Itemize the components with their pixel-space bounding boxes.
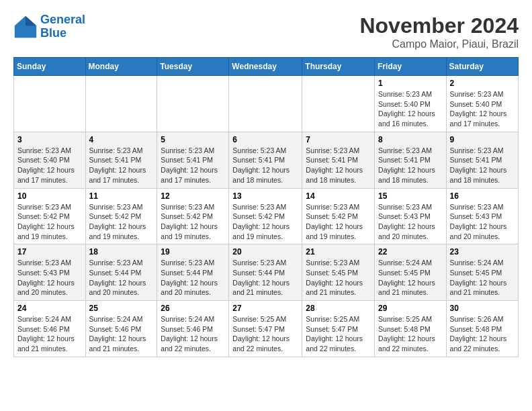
logo-line1: General: [40, 13, 85, 26]
day-info: Sunrise: 5:24 AM Sunset: 5:45 PM Dayligh…: [450, 258, 515, 298]
day-number: 3: [17, 135, 82, 144]
day-number: 7: [306, 135, 371, 144]
day-number: 21: [306, 247, 371, 257]
calendar-cell: 22Sunrise: 5:24 AM Sunset: 5:45 PM Dayli…: [375, 244, 447, 301]
day-info: Sunrise: 5:23 AM Sunset: 5:43 PM Dayligh…: [17, 258, 82, 298]
day-info: Sunrise: 5:24 AM Sunset: 5:46 PM Dayligh…: [89, 314, 154, 354]
day-number: 24: [17, 304, 82, 313]
calendar-table: Sunday Monday Tuesday Wednesday Thursday…: [13, 57, 519, 357]
header-saturday: Saturday: [446, 58, 518, 76]
day-number: 5: [161, 135, 225, 144]
logo-text: General Blue: [40, 13, 85, 40]
calendar-cell: 11Sunrise: 5:23 AM Sunset: 5:42 PM Dayli…: [85, 188, 157, 244]
calendar-cell: 2Sunrise: 5:23 AM Sunset: 5:40 PM Daylig…: [446, 76, 518, 132]
calendar-cell: 3Sunrise: 5:23 AM Sunset: 5:40 PM Daylig…: [14, 132, 86, 188]
calendar-cell: 23Sunrise: 5:24 AM Sunset: 5:45 PM Dayli…: [446, 244, 518, 301]
calendar-cell: 13Sunrise: 5:23 AM Sunset: 5:42 PM Dayli…: [229, 188, 302, 244]
day-info: Sunrise: 5:25 AM Sunset: 5:47 PM Dayligh…: [232, 314, 298, 354]
day-number: 19: [161, 247, 225, 257]
day-info: Sunrise: 5:25 AM Sunset: 5:47 PM Dayligh…: [306, 314, 371, 354]
calendar-week-4: 17Sunrise: 5:23 AM Sunset: 5:43 PM Dayli…: [14, 244, 519, 301]
day-info: Sunrise: 5:23 AM Sunset: 5:41 PM Dayligh…: [378, 146, 443, 185]
day-number: 20: [232, 247, 298, 257]
day-number: 28: [306, 304, 371, 313]
calendar-cell: 21Sunrise: 5:23 AM Sunset: 5:45 PM Dayli…: [302, 244, 375, 301]
title-area: November 2024 Campo Maior, Piaui, Brazil: [359, 13, 519, 50]
calendar-cell: 10Sunrise: 5:23 AM Sunset: 5:42 PM Dayli…: [14, 188, 86, 244]
calendar-cell: [302, 76, 375, 132]
day-number: 18: [89, 247, 154, 257]
calendar-cell: 28Sunrise: 5:25 AM Sunset: 5:47 PM Dayli…: [302, 301, 375, 357]
day-info: Sunrise: 5:24 AM Sunset: 5:46 PM Dayligh…: [161, 314, 225, 354]
day-number: 25: [89, 304, 154, 313]
day-info: Sunrise: 5:23 AM Sunset: 5:40 PM Dayligh…: [17, 146, 82, 185]
day-info: Sunrise: 5:25 AM Sunset: 5:48 PM Dayligh…: [378, 314, 443, 354]
day-number: 27: [232, 304, 298, 313]
day-info: Sunrise: 5:23 AM Sunset: 5:45 PM Dayligh…: [306, 258, 371, 298]
calendar-cell: 20Sunrise: 5:23 AM Sunset: 5:44 PM Dayli…: [229, 244, 302, 301]
calendar-week-3: 10Sunrise: 5:23 AM Sunset: 5:42 PM Dayli…: [14, 188, 519, 244]
day-number: 17: [17, 247, 82, 257]
calendar-cell: 19Sunrise: 5:23 AM Sunset: 5:44 PM Dayli…: [157, 244, 229, 301]
day-number: 10: [17, 191, 82, 201]
calendar-cell: 7Sunrise: 5:23 AM Sunset: 5:41 PM Daylig…: [302, 132, 375, 188]
calendar-cell: 4Sunrise: 5:23 AM Sunset: 5:41 PM Daylig…: [85, 132, 157, 188]
day-info: Sunrise: 5:23 AM Sunset: 5:42 PM Dayligh…: [17, 202, 82, 242]
day-number: 16: [450, 191, 515, 201]
calendar-cell: 17Sunrise: 5:23 AM Sunset: 5:43 PM Dayli…: [14, 244, 86, 301]
day-number: 9: [450, 135, 515, 144]
calendar-body: 1Sunrise: 5:23 AM Sunset: 5:40 PM Daylig…: [14, 76, 519, 357]
header-row: Sunday Monday Tuesday Wednesday Thursday…: [14, 58, 519, 76]
day-info: Sunrise: 5:26 AM Sunset: 5:48 PM Dayligh…: [450, 314, 515, 354]
day-number: 26: [161, 304, 225, 313]
calendar-cell: 9Sunrise: 5:23 AM Sunset: 5:41 PM Daylig…: [446, 132, 518, 188]
logo-line2: Blue: [40, 26, 66, 40]
day-number: 14: [306, 191, 371, 201]
calendar-cell: 30Sunrise: 5:26 AM Sunset: 5:48 PM Dayli…: [446, 301, 518, 357]
day-info: Sunrise: 5:23 AM Sunset: 5:41 PM Dayligh…: [232, 146, 298, 185]
header: General Blue November 2024 Campo Maior, …: [13, 13, 519, 50]
day-number: 29: [378, 304, 443, 313]
day-info: Sunrise: 5:23 AM Sunset: 5:42 PM Dayligh…: [232, 202, 298, 242]
day-number: 12: [161, 191, 225, 201]
calendar-cell: 14Sunrise: 5:23 AM Sunset: 5:42 PM Dayli…: [302, 188, 375, 244]
calendar-cell: 5Sunrise: 5:23 AM Sunset: 5:41 PM Daylig…: [157, 132, 229, 188]
calendar-cell: 24Sunrise: 5:24 AM Sunset: 5:46 PM Dayli…: [14, 301, 86, 357]
calendar-week-1: 1Sunrise: 5:23 AM Sunset: 5:40 PM Daylig…: [14, 76, 519, 132]
logo-icon: [13, 15, 38, 39]
day-number: 23: [450, 247, 515, 257]
day-info: Sunrise: 5:23 AM Sunset: 5:42 PM Dayligh…: [306, 202, 371, 242]
calendar-cell: 29Sunrise: 5:25 AM Sunset: 5:48 PM Dayli…: [375, 301, 447, 357]
calendar-cell: 27Sunrise: 5:25 AM Sunset: 5:47 PM Dayli…: [229, 301, 302, 357]
svg-rect-2: [17, 28, 34, 36]
day-number: 11: [89, 191, 154, 201]
calendar-cell: 6Sunrise: 5:23 AM Sunset: 5:41 PM Daylig…: [229, 132, 302, 188]
calendar-cell: 12Sunrise: 5:23 AM Sunset: 5:42 PM Dayli…: [157, 188, 229, 244]
header-tuesday: Tuesday: [157, 58, 229, 76]
calendar-cell: 8Sunrise: 5:23 AM Sunset: 5:41 PM Daylig…: [375, 132, 447, 188]
day-info: Sunrise: 5:23 AM Sunset: 5:40 PM Dayligh…: [378, 89, 443, 129]
day-number: 13: [232, 191, 298, 201]
day-number: 4: [89, 135, 154, 144]
day-number: 22: [378, 247, 443, 257]
day-info: Sunrise: 5:23 AM Sunset: 5:43 PM Dayligh…: [450, 202, 515, 242]
day-info: Sunrise: 5:24 AM Sunset: 5:45 PM Dayligh…: [378, 258, 443, 298]
day-info: Sunrise: 5:23 AM Sunset: 5:43 PM Dayligh…: [378, 202, 443, 242]
day-number: 30: [450, 304, 515, 313]
day-info: Sunrise: 5:23 AM Sunset: 5:41 PM Dayligh…: [450, 146, 515, 185]
location-title: Campo Maior, Piaui, Brazil: [359, 38, 519, 50]
day-info: Sunrise: 5:23 AM Sunset: 5:41 PM Dayligh…: [161, 146, 225, 185]
day-number: 15: [378, 191, 443, 201]
header-monday: Monday: [85, 58, 157, 76]
calendar-cell: [85, 76, 157, 132]
day-number: 6: [232, 135, 298, 144]
day-number: 8: [378, 135, 443, 144]
calendar-cell: [229, 76, 302, 132]
calendar-cell: 1Sunrise: 5:23 AM Sunset: 5:40 PM Daylig…: [375, 76, 447, 132]
header-wednesday: Wednesday: [229, 58, 302, 76]
svg-marker-1: [26, 16, 36, 26]
calendar-cell: [14, 76, 86, 132]
header-thursday: Thursday: [302, 58, 375, 76]
day-number: 1: [378, 79, 443, 88]
day-number: 2: [450, 79, 515, 88]
